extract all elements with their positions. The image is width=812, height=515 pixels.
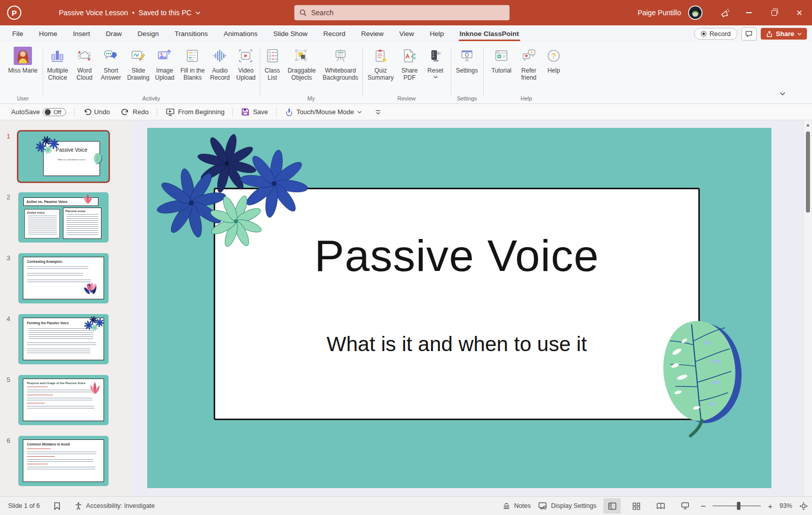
megaphone-icon[interactable] <box>714 0 736 25</box>
zoom-level[interactable]: 93% <box>780 502 792 509</box>
slideshow-icon <box>681 502 689 510</box>
fill-in-the-blanks-button[interactable]: Fill in the Blanks <box>178 45 207 81</box>
tab-transitions[interactable]: Transitions <box>174 26 209 41</box>
slideshow-view-button[interactable] <box>676 498 694 513</box>
thumbnail-number-4: 4 <box>7 315 15 323</box>
search-box[interactable] <box>294 5 510 20</box>
slide-thumbnail-2[interactable]: Active vs. Passive Voice Active voice Pa… <box>18 192 109 243</box>
image-upload-button[interactable]: Image Upload <box>152 45 177 81</box>
record-button[interactable]: Record <box>694 28 737 40</box>
tab-design[interactable]: Design <box>137 26 160 41</box>
slide-sorter-view-button[interactable] <box>628 498 645 513</box>
user-avatar[interactable] <box>688 6 702 20</box>
normal-view-button[interactable] <box>603 498 621 513</box>
ribbon-user-profile[interactable]: Miss Marie <box>5 45 41 74</box>
group-label-activity: Activity <box>44 95 259 101</box>
reading-view-button[interactable] <box>652 498 669 513</box>
zoom-in-button[interactable]: + <box>768 502 772 510</box>
refer-friend-button[interactable]: Refer friend <box>516 45 542 81</box>
menu-bar: File Home Insert Draw Design Transitions… <box>0 25 812 42</box>
customize-toolbar-button[interactable] <box>372 110 384 115</box>
tab-draw[interactable]: Draw <box>105 26 123 41</box>
tab-slide-show[interactable]: Slide Show <box>272 26 309 41</box>
refer-friend-icon <box>521 46 537 65</box>
tab-animations[interactable]: Animations <box>223 26 259 41</box>
tab-view[interactable]: View <box>398 26 415 41</box>
thumb6-title: Common Mistakes to Avoid <box>23 440 104 446</box>
word-cloud-button[interactable]: Word Cloud <box>73 45 96 81</box>
zoom-slider-thumb[interactable] <box>737 502 740 510</box>
from-beginning-button[interactable]: From Beginning <box>162 108 228 117</box>
comments-button[interactable] <box>741 27 757 41</box>
slide-thumbnail-5[interactable]: Purpose and Usage of the Passive Voice <box>18 375 109 425</box>
tab-inknoe-classpoint[interactable]: Inknoe ClassPoint <box>459 26 520 41</box>
save-button[interactable]: Save <box>238 108 271 116</box>
minimize-button[interactable] <box>736 0 761 25</box>
notes-icon <box>502 502 511 510</box>
quiz-summary-button[interactable]: Quiz Summary <box>365 45 396 81</box>
collapse-ribbon-chevron-icon[interactable] <box>780 92 786 96</box>
class-list-button[interactable]: Class List <box>261 45 284 81</box>
slide-thumbnail-1[interactable]: Passive Voice What is it and when to use… <box>18 131 109 182</box>
video-upload-button[interactable]: Video Upload <box>233 45 259 81</box>
user-name[interactable]: Paige Puntillo <box>637 9 681 17</box>
record-dot-icon <box>701 31 706 37</box>
redo-button[interactable]: Redo <box>118 108 152 116</box>
vertical-scrollbar[interactable]: ▲ <box>803 120 812 496</box>
draggable-objects-button[interactable]: Draggable Objects <box>285 45 319 81</box>
slide-subtitle-text[interactable]: What is it and when to use it <box>215 332 698 356</box>
audio-record-button[interactable]: Audio Record <box>208 45 232 81</box>
tab-record[interactable]: Record <box>322 26 347 41</box>
slide-drawing-button[interactable]: Slide Drawing <box>125 45 151 81</box>
close-button[interactable]: × <box>787 0 812 25</box>
share-pdf-button[interactable]: Share PDF <box>397 45 422 81</box>
short-answer-button[interactable]: Short Answer <box>97 45 124 81</box>
document-title[interactable]: Passive Voice Lesson • Saved to this PC <box>59 0 200 25</box>
fit-slide-to-window-button[interactable] <box>799 502 808 510</box>
touch-mouse-mode-button[interactable]: Touch/Mouse Mode <box>282 108 364 116</box>
tab-review[interactable]: Review <box>360 26 385 41</box>
tab-file[interactable]: File <box>11 26 24 41</box>
slide-thumbnail-6[interactable]: Common Mistakes to Avoid <box>18 436 109 486</box>
whiteboard-backgrounds-icon <box>332 46 349 65</box>
slide-thumbnail-3[interactable]: Contrasting Examples: <box>18 253 109 303</box>
notes-toggle-button[interactable]: Notes <box>502 502 531 510</box>
saved-status: Saved to this PC <box>139 9 191 17</box>
restore-button[interactable] <box>761 0 787 25</box>
ribbon: Miss Marie User Multiple Choice Word Clo… <box>0 42 812 104</box>
zoom-slider[interactable] <box>713 505 761 506</box>
tutorial-button[interactable]: Tutorial <box>488 45 515 81</box>
theme-bookmark-button[interactable] <box>53 502 61 510</box>
bookmark-icon <box>53 502 61 510</box>
tab-insert[interactable]: Insert <box>72 26 91 41</box>
titlebar-right-cluster: Paige Puntillo × <box>637 0 812 25</box>
fill-in-the-blanks-icon <box>184 46 200 65</box>
scrollbar-thumb[interactable] <box>806 131 810 213</box>
search-input[interactable] <box>311 9 504 17</box>
tab-help[interactable]: Help <box>429 26 445 41</box>
slide-indicator[interactable]: Slide 1 of 6 <box>8 502 40 509</box>
slide-1-main-view[interactable]: Passive Voice What is it and when to use… <box>147 128 771 488</box>
help-button[interactable]: ? Help <box>543 45 565 81</box>
chevron-down-icon[interactable] <box>195 11 200 15</box>
autosave-toggle[interactable]: Off <box>43 108 65 116</box>
multiple-choice-button[interactable]: Multiple Choice <box>44 45 72 81</box>
undo-button[interactable]: Undo <box>80 108 113 116</box>
powerpoint-app-icon[interactable]: P <box>7 6 21 20</box>
zoom-out-button[interactable]: – <box>701 501 705 510</box>
settings-button[interactable]: Settings <box>452 45 482 74</box>
whiteboard-backgrounds-button[interactable]: Whiteboard Backgrounds <box>320 45 361 81</box>
accessibility-status[interactable]: Accessibility: Investigate <box>74 502 155 510</box>
share-button[interactable]: Share <box>761 28 807 40</box>
comment-icon <box>745 30 753 38</box>
reset-button[interactable]: Reset <box>423 45 448 81</box>
image-upload-icon <box>156 46 173 65</box>
display-settings-button[interactable]: Display Settings <box>538 502 597 510</box>
autosave-control[interactable]: AutoSave Off <box>8 108 69 116</box>
word-cloud-icon <box>76 46 92 65</box>
share-chevron-icon <box>797 32 802 36</box>
slide-thumbnail-4[interactable]: Forming the Passive Voice <box>18 314 109 364</box>
tab-home[interactable]: Home <box>38 26 58 41</box>
scroll-up-arrow-icon[interactable]: ▲ <box>804 122 812 127</box>
slide-thumbnail-panel: 1 Passive Voice What is it and when to u… <box>0 120 131 496</box>
